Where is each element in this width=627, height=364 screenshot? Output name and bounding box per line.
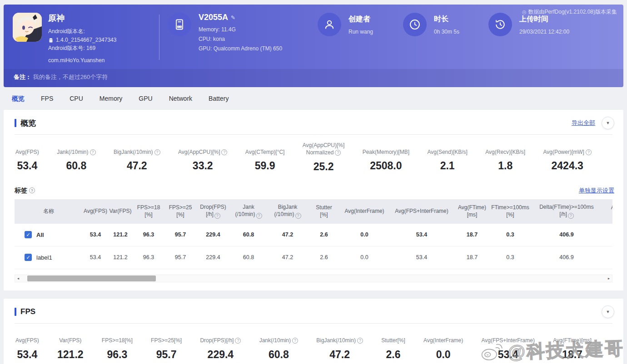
col-avg-interframe: Avg(InterFrame)	[340, 208, 389, 215]
info-icon[interactable]: ?	[221, 149, 227, 155]
collapse-fps-button[interactable]: ▼	[602, 305, 614, 318]
tab-fps[interactable]: FPS	[41, 95, 53, 103]
tab-cpu[interactable]: CPU	[70, 95, 83, 103]
collect-info-text: 数据由PerfDog(v1.2102.08)版本采集	[528, 8, 617, 16]
info-icon[interactable]: ?	[586, 149, 592, 155]
collapse-overview-button[interactable]: ▼	[602, 117, 614, 129]
info-icon[interactable]: ?	[292, 338, 298, 344]
fps-stat-jank: Jank(/10min)? 60.8	[259, 331, 298, 361]
scrollbar-thumb[interactable]	[27, 275, 156, 281]
app-icon	[13, 13, 42, 42]
col-bigjank: BigJank(/10min)?	[267, 204, 308, 219]
check-icon: ✓	[26, 232, 30, 238]
collect-info: ◎ 数据由PerfDog(v1.2102.08)版本采集	[522, 8, 617, 16]
info-icon[interactable]: ?	[29, 187, 35, 193]
stat-avg-appcpu-normalized: Avg(AppCPU)[%] Normalized? 25.2	[303, 142, 344, 172]
info-icon[interactable]: ?	[235, 338, 241, 344]
fps-stat-avg-ftime: Avg(FTime)[ms] 18.7	[553, 331, 592, 361]
cell: 96.3	[133, 231, 164, 238]
stat-avg-recv: Avg(Recv)[KB/s] 1.8	[485, 142, 525, 172]
fps-panel: FPS ▼ Avg(FPS) 53.4 Var(FPS) 121.2 FPS>=…	[4, 299, 623, 364]
note-row: 备注： 我的备注，不超过260个字符	[4, 69, 623, 87]
col-fps-ge25: FPS>=25[%]	[164, 204, 196, 218]
fps-stat-avg-fps: Avg(FPS) 53.4	[15, 331, 39, 361]
col-jank: Jank(/10min)?	[230, 204, 267, 219]
tab-gpu[interactable]: GPU	[139, 95, 152, 103]
edit-icon[interactable]: ✎	[231, 15, 235, 21]
labels-table: 名称 Avg(FPS) Var(FPS) FPS>=18[%] FPS>=25[…	[15, 199, 612, 269]
stat-peak-memory: Peak(Memory)[MB] 2508.0	[363, 142, 409, 172]
info-icon[interactable]: ?	[357, 338, 363, 344]
info-icon[interactable]: ?	[295, 213, 301, 219]
duration-block: 时长 0h 30m 5s	[403, 13, 488, 36]
tab-network[interactable]: Network	[169, 95, 192, 103]
cell: 229.4	[196, 254, 230, 261]
creator-value: Run wang	[348, 29, 373, 35]
header-divider	[159, 15, 159, 60]
cell: 53.4	[83, 254, 108, 261]
col-avg-fps: Avg(FPS)	[83, 208, 108, 215]
cell: 121.2	[108, 254, 133, 261]
info-icon[interactable]: ?	[335, 150, 341, 156]
app-version-label: Android版本名:	[48, 27, 116, 36]
chevron-down-icon: ▼	[606, 310, 610, 314]
info-icon[interactable]: ?	[214, 213, 220, 219]
cell: 121.2	[108, 231, 133, 238]
stat-avg-appcpu: Avg(AppCPU)[%]? 33.2	[178, 142, 227, 172]
table-row-all: ✓ All 53.4 121.2 96.3 95.7 229.4 60.8 47…	[15, 224, 612, 246]
info-icon[interactable]: ?	[256, 213, 262, 219]
overview-stats-row: Avg(FPS) 53.4 Jank(/10min)? 60.8 BigJank…	[4, 135, 623, 183]
fps-section-title: FPS	[15, 307, 35, 316]
cell: 0.3	[490, 231, 531, 238]
cell: 53.4	[389, 254, 454, 261]
upload-time-block: 上传时间 29/03/2021 12:42:00	[488, 13, 574, 36]
col-avg-fps-interframe: Avg(FPS+InterFrame)	[389, 208, 454, 215]
accent-bar	[15, 308, 16, 316]
cell: 2.6	[308, 231, 340, 238]
info-icon[interactable]: ?	[90, 149, 96, 155]
cell: 53.4	[83, 231, 108, 238]
stat-avg-ctemp: Avg(CTemp)[°C] 59.9	[245, 142, 285, 172]
accent-bar	[15, 119, 16, 127]
chevron-down-icon: ▼	[606, 121, 610, 125]
overview-panel: 概览 导出全部 ▼ Avg(FPS) 53.4 Jank(/10min)? 60…	[4, 110, 623, 290]
fps-stat-drop-fps: Drop(FPS)[/h]? 229.4	[200, 331, 241, 361]
check-icon: ✓	[26, 255, 30, 261]
cell: 96.3	[133, 254, 164, 261]
scrollbar-track[interactable]	[21, 275, 606, 282]
app-name: 原神	[48, 13, 116, 24]
tab-battery[interactable]: Battery	[209, 95, 229, 103]
collect-icon: ◎	[522, 9, 527, 15]
device-gpu: GPU: Qualcomm Adreno (TM) 650	[199, 44, 282, 54]
cell: 47.2	[267, 254, 308, 261]
scroll-right-arrow[interactable]: ►	[606, 277, 612, 280]
tab-overview[interactable]: 概览	[12, 95, 25, 103]
duration-label: 时长	[434, 15, 459, 24]
note-label: 备注：	[14, 74, 31, 80]
report-header: ◎ 数据由PerfDog(v1.2102.08)版本采集 原神	[4, 5, 623, 87]
col-delta-ftime: Delta(FTime)>=100ms[/h]?	[531, 204, 602, 219]
display-settings-link[interactable]: 单独显示设置	[579, 187, 614, 195]
cell: 2.6	[308, 254, 340, 261]
cell: 0.3	[490, 254, 531, 261]
upload-time-value: 29/03/2021 12:42:00	[519, 29, 569, 35]
cell: 229.4	[196, 231, 230, 238]
cell: 3	[602, 254, 612, 261]
scroll-left-arrow[interactable]: ◄	[15, 277, 21, 280]
cell: 0.0	[340, 254, 389, 261]
note-text: 我的备注，不超过260个字符	[33, 74, 108, 80]
checkbox-all[interactable]: ✓	[25, 231, 32, 238]
export-all-link[interactable]: 导出全部	[572, 119, 595, 127]
creator-label: 创建者	[348, 15, 373, 24]
phone-icon	[168, 13, 191, 36]
stat-avg-send: Avg(Send)[KB/s] 2.1	[427, 142, 468, 172]
info-icon[interactable]: ?	[568, 213, 574, 219]
horizontal-scrollbar[interactable]: ◄ ►	[15, 275, 612, 282]
tab-memory[interactable]: Memory	[100, 95, 123, 103]
col-truncated: Avg(A[%	[602, 204, 612, 218]
row-label: All	[36, 231, 44, 238]
info-icon[interactable]: ?	[154, 149, 160, 155]
cell: 18.7	[454, 231, 490, 238]
checkbox-label1[interactable]: ✓	[25, 254, 32, 261]
col-avg-ftime: Avg(FTime)[ms]	[454, 204, 490, 218]
